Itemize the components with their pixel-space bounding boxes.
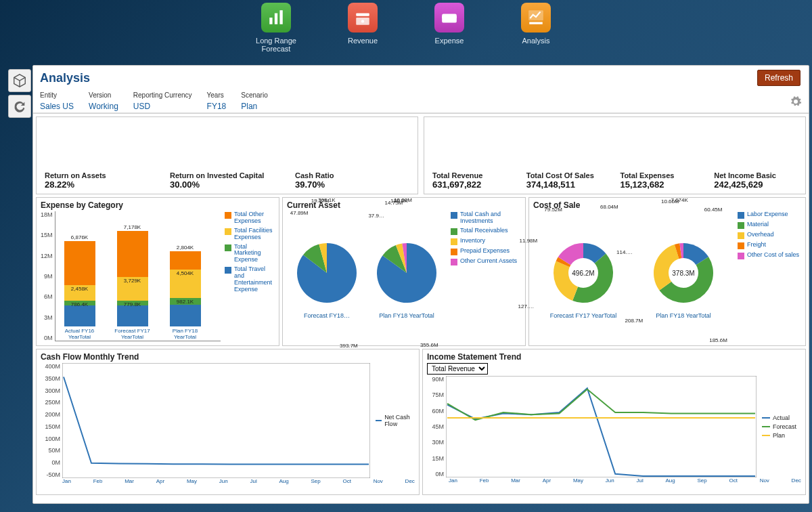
x-axis: JanFebMarAprMayJunJulAugSepOctNovDec xyxy=(41,478,415,484)
kpi-value: 374,148,511 xyxy=(526,179,610,190)
cost-of-sale-card: Cost of Sale 496.2M68.04M208.7M127.…11.9… xyxy=(528,197,806,346)
cash-flow-card: Cash Flow Monthly Trend 400M350M300M250M… xyxy=(36,349,420,495)
pie-chart-group: 393.7M47.89M19.17M368.1KForecast FY18…35… xyxy=(287,211,447,341)
filter-label-scenario: Scenario xyxy=(241,91,267,99)
y-axis: 18M15M12M9M6M3M0M xyxy=(41,211,55,341)
kpi-value: 39.70% xyxy=(295,179,409,190)
top-nav: Long Range Forecast Revenue Expense Anal… xyxy=(0,0,812,61)
page-title: Analysis xyxy=(40,71,90,85)
filter-bar: Entity Sales US Version Working Reportin… xyxy=(33,89,809,113)
refresh-tab[interactable] xyxy=(8,95,31,118)
analysis-icon xyxy=(521,3,551,33)
chart-legend: Net Cash Flow xyxy=(370,363,415,478)
svg-rect-2 xyxy=(279,10,282,24)
income-statement-card: Income Statement Trend Total Revenue 90M… xyxy=(422,349,806,495)
y-axis: 400M350M300M250M200M150M100M50M0M-50M xyxy=(41,363,62,478)
nav-long-range[interactable]: Long Range Forecast xyxy=(249,3,303,61)
series-select[interactable]: Total Revenue xyxy=(427,363,488,375)
nav-label: Long Range Forecast xyxy=(249,37,303,53)
svg-rect-14 xyxy=(62,363,370,478)
svg-rect-15 xyxy=(446,376,757,477)
bar-chart-icon xyxy=(261,3,291,33)
kpi-label: Total Cost Of Sales xyxy=(526,171,610,179)
analysis-page: Analysis Refresh Entity Sales US Version… xyxy=(32,65,809,504)
kpi-value: 30.00% xyxy=(170,179,284,190)
svg-rect-3 xyxy=(356,14,369,16)
nav-label: Analysis xyxy=(522,37,550,45)
svg-rect-6 xyxy=(442,14,457,23)
filter-years[interactable]: FY18 xyxy=(207,102,227,111)
expense-by-category-card: Expense by Category 18M15M12M9M6M3M0M 78… xyxy=(36,197,279,346)
chart-legend: ActualForecastPlan xyxy=(757,376,801,477)
expense-icon xyxy=(434,3,464,33)
bar-chart: 786.4K2,458K6,876KActual FY16 YearTotal7… xyxy=(55,211,221,341)
revenue-icon xyxy=(348,3,378,33)
chart-title: Income Statement Trend xyxy=(427,352,801,362)
nav-label: Revenue xyxy=(348,37,378,45)
filter-label-currency: Reporting Currency xyxy=(133,91,192,99)
kpi-value: 15,123,682 xyxy=(621,179,704,190)
line-chart xyxy=(446,376,757,477)
chart-legend: Labor ExpenseMaterialOverheadFreightOthe… xyxy=(734,211,801,341)
svg-rect-0 xyxy=(269,18,272,24)
donut-chart-group: 496.2M68.04M208.7M127.…11.98M79.52MForec… xyxy=(533,211,734,341)
svg-text:378.3M: 378.3M xyxy=(672,270,694,277)
chart-title: Current Asset xyxy=(287,200,521,210)
chart-legend: Total Other ExpensesTotal Facilities Exp… xyxy=(221,211,275,341)
filter-version[interactable]: Working xyxy=(89,102,118,111)
y-axis: 90M75M60M45M30M15M0M xyxy=(427,376,446,477)
svg-rect-1 xyxy=(275,14,277,24)
chart-title: Expense by Category xyxy=(41,200,275,210)
gear-icon[interactable] xyxy=(790,95,802,108)
nav-label: Expense xyxy=(435,37,464,45)
kpi-row: Return on Assets28.22% Return on Investe… xyxy=(33,113,809,197)
x-axis: JanFebMarAprMayJunJulAugSepOctNovDec xyxy=(427,477,801,484)
svg-point-5 xyxy=(361,20,364,22)
kpi-label: Net Income Basic xyxy=(714,171,797,179)
kpi-value: 28.22% xyxy=(45,179,159,190)
chart-title: Cost of Sale xyxy=(533,200,801,210)
kpi-label: Total Revenue xyxy=(432,171,516,179)
chart-title: Cash Flow Monthly Trend xyxy=(41,352,415,362)
svg-text:496.2M: 496.2M xyxy=(572,270,594,277)
cube-tab[interactable] xyxy=(8,69,31,92)
kpi-label: Return on Assets xyxy=(45,171,159,179)
filter-label-version: Version xyxy=(89,91,118,99)
filter-entity[interactable]: Sales US xyxy=(40,102,74,111)
kpi-value: 242,425,629 xyxy=(714,179,797,190)
side-tabs xyxy=(8,69,31,118)
filter-label-entity: Entity xyxy=(40,91,74,99)
chart-legend: Total Cash and InvestmentsTotal Receivab… xyxy=(447,211,521,341)
kpi-label: Total Expenses xyxy=(621,171,704,179)
kpi-value: 631,697,822 xyxy=(432,179,516,190)
refresh-button[interactable]: Refresh xyxy=(757,70,800,86)
svg-rect-7 xyxy=(442,16,457,18)
line-chart xyxy=(62,363,370,478)
current-asset-card: Current Asset 393.7M47.89M19.17M368.1KFo… xyxy=(282,197,526,346)
nav-expense[interactable]: Expense xyxy=(422,3,476,61)
kpi-label: Return on Invested Capital xyxy=(170,171,284,179)
filter-currency[interactable]: USD xyxy=(133,102,192,111)
kpi-label: Cash Ratio xyxy=(295,171,409,179)
svg-rect-9 xyxy=(529,22,543,24)
filter-label-years: Years xyxy=(207,91,227,99)
filter-scenario[interactable]: Plan xyxy=(241,102,267,111)
svg-rect-8 xyxy=(528,10,543,20)
nav-revenue[interactable]: Revenue xyxy=(336,3,390,61)
nav-analysis[interactable]: Analysis xyxy=(509,3,563,61)
